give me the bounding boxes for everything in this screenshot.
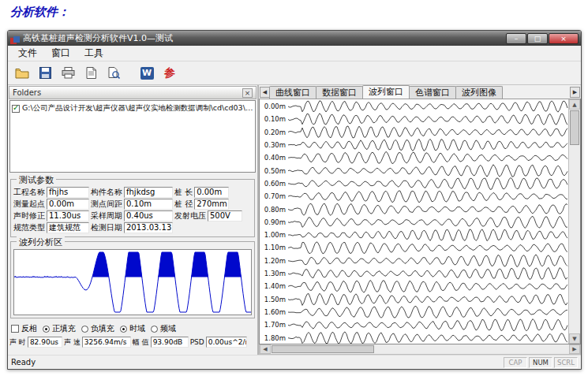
negative-fill-label: 负填充 <box>91 323 114 334</box>
window-controls: – □ × <box>506 33 579 44</box>
close-button[interactable]: × <box>549 33 579 44</box>
export-button[interactable] <box>81 65 100 82</box>
sound-time-value[interactable]: 82.90us <box>28 337 62 348</box>
param-value[interactable]: 建筑规范 <box>47 222 89 233</box>
depth-label: 1.00m <box>264 231 286 239</box>
menu-window[interactable]: 窗口 <box>44 45 77 61</box>
param-value[interactable]: fhjkdsg <box>124 187 173 198</box>
sound-speed-value[interactable]: 3256.94m/s <box>82 337 131 348</box>
tab-data-window[interactable]: 数据窗口 <box>316 86 363 99</box>
horizontal-scrollbar[interactable]: ◀ ▶ <box>259 344 581 355</box>
param-label: 检测日期 <box>91 222 122 233</box>
sound-time-label: 声 时 <box>9 337 26 348</box>
folders-close-button[interactable]: × <box>242 88 253 98</box>
depth-label: 1.20m <box>264 257 286 265</box>
status-cap: CAP <box>504 357 527 368</box>
param-button[interactable]: 参 <box>160 65 179 82</box>
maximize-button[interactable]: □ <box>527 33 548 44</box>
param-label: 桩 长 <box>174 187 193 198</box>
status-num: NUM <box>529 357 552 368</box>
vscroll-thumb[interactable] <box>570 110 579 145</box>
param-value[interactable]: 0.10m <box>124 199 173 210</box>
wave-analysis-group: 波列分析区 <box>10 241 255 318</box>
time-domain-label: 时域 <box>129 323 145 334</box>
param-value[interactable]: 500V <box>208 210 242 222</box>
depth-label: 0.90m <box>264 218 286 226</box>
param-label: 规范类型 <box>13 222 45 233</box>
checkbox-icon[interactable] <box>11 325 19 333</box>
tab-wave-window[interactable]: 波列窗口 <box>362 85 410 99</box>
app-window: 高铁基桩超声检测分析软件V1.0—测试 – □ × 文件 窗口 工具 W <box>7 30 582 370</box>
freq-domain-label: 频域 <box>160 323 176 334</box>
radio-on-icon[interactable] <box>120 326 127 333</box>
freq-domain-radio[interactable]: 频域 <box>151 323 176 334</box>
positive-fill-label: 正填充 <box>52 323 76 334</box>
depth-label: 0.20m <box>264 128 286 136</box>
param-value[interactable]: 11.30us <box>47 210 89 222</box>
tabbar: ◀ 曲线窗口 数据窗口 波列窗口 色谱窗口 波列图像 ▶ <box>259 85 581 99</box>
radio-on-icon[interactable] <box>43 326 50 333</box>
analysis-plot[interactable] <box>13 249 252 315</box>
tree-item[interactable]: G:\公司产品设计开发\超声仪器\超声仪实地检测数据调制\cd\cd03\cd0… <box>12 103 253 114</box>
amplitude-value[interactable]: 93.90dB <box>151 337 189 348</box>
print-icon <box>62 67 75 79</box>
time-domain-radio[interactable]: 时域 <box>120 323 145 334</box>
param-value[interactable]: 270mm <box>194 199 229 210</box>
hscroll-thumb[interactable] <box>272 345 374 353</box>
depth-label: 0.10m <box>264 115 286 123</box>
negative-fill-radio[interactable]: 负填充 <box>81 323 114 334</box>
checkbox-checked-icon[interactable] <box>12 105 20 113</box>
invert-checkbox[interactable]: 反相 <box>11 323 37 334</box>
analysis-wave-svg <box>14 250 251 315</box>
sound-speed-label: 声 速 <box>64 337 81 348</box>
tab-spectrum-window[interactable]: 色谱窗口 <box>409 86 456 99</box>
param-value[interactable]: 0.00m <box>194 187 229 198</box>
scroll-down-icon[interactable]: ▼ <box>569 333 580 344</box>
word-button[interactable]: W <box>137 65 156 82</box>
open-button[interactable] <box>13 65 32 82</box>
param-value[interactable]: 0.00m <box>47 199 89 210</box>
psd-value[interactable]: 0.00us^2/m <box>206 337 247 348</box>
param-label: 工程名称 <box>13 187 45 198</box>
param-value[interactable]: 2013.03.13 <box>124 222 173 233</box>
print-button[interactable] <box>58 65 77 82</box>
tab-wave-image[interactable]: 波列图像 <box>455 86 503 99</box>
titlebar[interactable]: 高铁基桩超声检测分析软件V1.0—测试 – □ × <box>8 31 581 46</box>
vertical-scrollbar[interactable]: ▲ ▼ <box>568 99 580 344</box>
param-value[interactable]: 0.40us <box>124 210 173 222</box>
main-area: Folders × G:\公司产品设计开发\超声仪器\超声仪实地检测数据调制\c… <box>8 85 581 355</box>
depth-label: 1.70m <box>264 321 286 329</box>
app-icon <box>10 34 20 43</box>
radio-off-icon[interactable] <box>151 326 158 333</box>
menu-tools[interactable]: 工具 <box>77 45 110 61</box>
tab-scroll-right-icon[interactable]: ▶ <box>570 87 580 98</box>
save-button[interactable] <box>36 65 54 82</box>
scroll-left-icon[interactable]: ◀ <box>260 344 271 354</box>
param-value[interactable]: fhjhs <box>47 187 89 198</box>
left-panel: Folders × G:\公司产品设计开发\超声仪器\超声仪实地检测数据调制\c… <box>8 85 259 355</box>
trace-waves-svg <box>288 99 568 344</box>
menu-file[interactable]: 文件 <box>11 45 44 61</box>
folders-title: Folders <box>13 88 242 97</box>
test-params-group: 测试参数 工程名称 fhjhs 构件名称 fhjkdsg 桩 长 0.00m 测… <box>10 179 255 237</box>
depth-label: 0.80m <box>264 206 286 214</box>
trace-plot[interactable] <box>288 99 568 344</box>
right-panel: ◀ 曲线窗口 数据窗口 波列窗口 色谱窗口 波列图像 ▶ 0.00m0.10m0… <box>259 85 581 355</box>
invert-label: 反相 <box>21 323 37 334</box>
radio-off-icon[interactable] <box>81 326 88 333</box>
folders-header: Folders × <box>9 86 257 99</box>
depth-label: 0.00m <box>264 102 286 110</box>
minimize-button[interactable]: – <box>506 33 526 44</box>
open-folder-icon <box>15 68 29 79</box>
scroll-up-icon[interactable]: ▲ <box>569 99 580 110</box>
fill-controls: 反相 正填充 负填充 时域 频域 <box>8 321 257 335</box>
tab-curve-window[interactable]: 曲线窗口 <box>269 86 316 99</box>
depth-label: 1.40m <box>264 282 286 290</box>
depth-label: 0.50m <box>264 167 286 175</box>
scroll-right-icon[interactable]: ▶ <box>569 344 580 354</box>
preview-button[interactable] <box>104 65 123 82</box>
positive-fill-radio[interactable]: 正填充 <box>43 323 76 334</box>
depth-label: 0.60m <box>264 180 286 188</box>
depth-label: 0.40m <box>264 154 286 162</box>
param-icon: 参 <box>164 66 175 80</box>
